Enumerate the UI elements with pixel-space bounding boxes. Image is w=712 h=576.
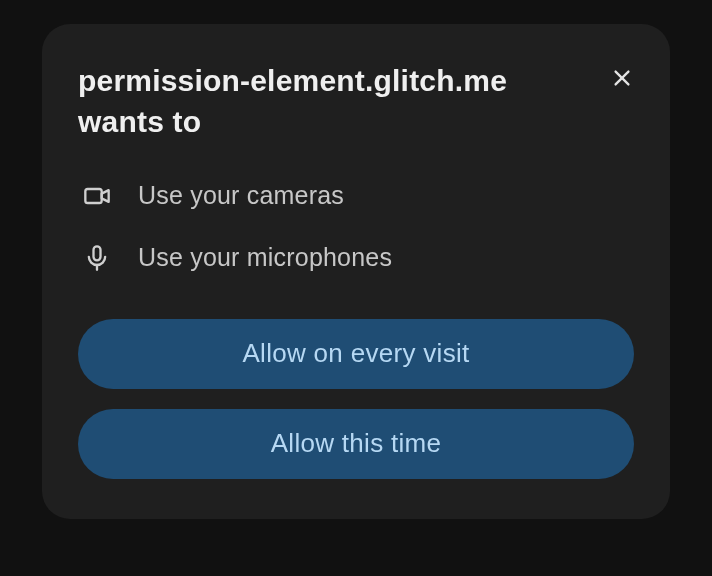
button-group: Allow on every visit Allow this time [78, 319, 634, 479]
camera-icon [82, 181, 112, 211]
button-label: Allow this time [271, 428, 442, 459]
microphone-icon [82, 243, 112, 273]
svg-rect-2 [85, 189, 101, 203]
dialog-header: permission-element.glitch.me wants to [78, 60, 634, 143]
allow-this-time-button[interactable]: Allow this time [78, 409, 634, 479]
button-label: Allow on every visit [242, 338, 469, 369]
dialog-title: permission-element.glitch.me wants to [78, 60, 558, 143]
permission-item-microphone: Use your microphones [82, 243, 634, 273]
permission-label: Use your microphones [138, 243, 392, 272]
permission-label: Use your cameras [138, 181, 344, 210]
close-button[interactable] [608, 66, 636, 94]
permission-dialog: permission-element.glitch.me wants to Us… [42, 24, 670, 519]
svg-rect-3 [94, 246, 101, 260]
permissions-list: Use your cameras Use your microphones [78, 181, 634, 273]
close-icon [611, 67, 633, 93]
permission-item-camera: Use your cameras [82, 181, 634, 211]
allow-every-visit-button[interactable]: Allow on every visit [78, 319, 634, 389]
